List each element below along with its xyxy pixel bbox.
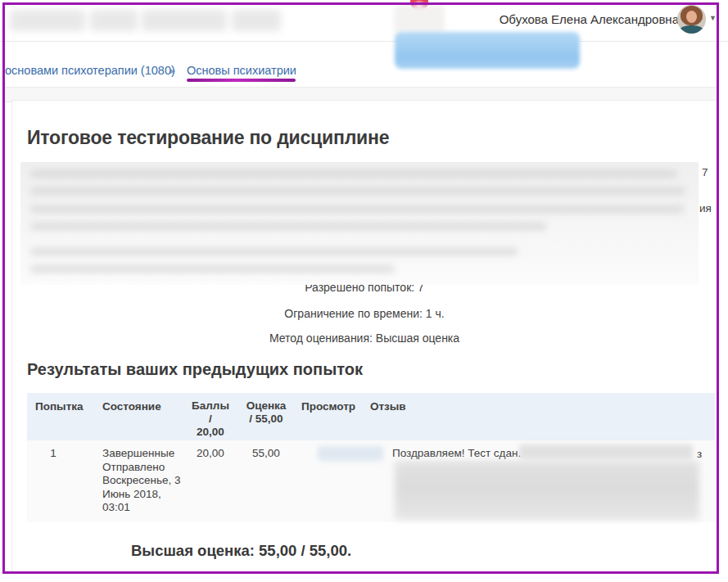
col-header-state: Состояние — [102, 400, 161, 413]
user-menu-caret-icon[interactable]: ▼ — [709, 14, 717, 22]
breadcrumb-parent-link[interactable]: основами психотерапии (1080) — [5, 64, 175, 77]
redacted-feedback-line — [519, 444, 693, 459]
redacted-text-line — [30, 170, 677, 178]
review-link-redacted[interactable] — [318, 446, 383, 461]
time-limit-text: Ограничение по времени: 1 ч. — [27, 307, 702, 320]
redacted-text-line — [30, 248, 518, 255]
redacted-text-line — [30, 223, 546, 230]
redacted-text-line — [30, 187, 685, 195]
redacted-text-line — [30, 205, 684, 213]
grading-method-text: Метод оценивания: Высшая оценка — [27, 332, 702, 345]
col-header-grade: Оценка / 55,00 — [237, 399, 295, 426]
redacted-text-line — [30, 265, 395, 273]
redacted-toolbar-icon — [394, 5, 445, 33]
col-header-points: Баллы / 20,00 — [184, 399, 237, 439]
redacted-nav-item[interactable] — [142, 10, 227, 31]
final-grade-text: Высшая оценка: 55,00 / 55,00. — [131, 542, 351, 560]
redacted-feedback-block — [395, 461, 699, 520]
redacted-nav-item[interactable] — [232, 10, 281, 31]
redacted-description-block — [20, 162, 699, 285]
unredacted-fragment: 7 — [702, 166, 708, 178]
cell-state: Завершенные Отправлено Воскресенье, 3 Ию… — [102, 447, 189, 515]
unredacted-fragment: з — [697, 448, 702, 462]
col-header-feedback: Отзыв — [370, 400, 406, 413]
unredacted-fragment: ия — [699, 202, 712, 214]
user-avatar[interactable] — [677, 5, 706, 34]
avatar-face — [686, 11, 697, 23]
results-heading: Результаты ваших предыдущих попыток — [27, 360, 363, 379]
cell-feedback-text: Поздравляем! Тест сдан. — [392, 447, 521, 461]
redacted-nav-item[interactable] — [90, 10, 138, 31]
user-menu-name[interactable]: Обухова Елена Александровна — [500, 12, 679, 26]
cell-points: 20,00 — [184, 447, 237, 461]
col-header-review: Просмотр — [301, 400, 355, 413]
col-header-attempt: Попытка — [35, 400, 84, 413]
cell-grade: 55,00 — [237, 447, 295, 461]
breadcrumb-current-link[interactable]: Основы психиатрии — [187, 64, 296, 77]
annotation-underline — [187, 79, 296, 82]
cell-attempt-number: 1 — [27, 447, 79, 461]
redacted-nav-item[interactable] — [10, 10, 85, 31]
page-title: Итоговое тестирование по дисциплине — [27, 127, 389, 149]
redacted-popup — [395, 32, 580, 69]
